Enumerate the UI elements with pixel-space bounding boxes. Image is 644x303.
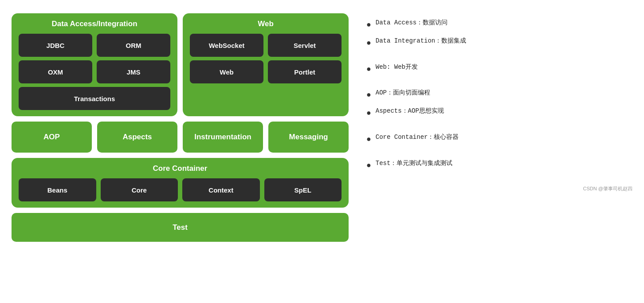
core-container-box: Core Container Beans Core Context SpEL: [12, 158, 349, 208]
test-box: Test: [12, 213, 349, 242]
legend-item-6: ● Test：单元测试与集成测试: [366, 158, 632, 172]
context-module: Context: [182, 178, 260, 201]
diagram-section: Data Access/Integration JDBC ORM OXM JMS…: [12, 13, 349, 242]
aop-row: AOP Aspects Instrumentation Messaging: [12, 122, 349, 153]
legend-item-0: ● Data Access：数据访问: [366, 18, 632, 31]
core-container-row: Beans Core Context SpEL: [19, 178, 342, 201]
data-access-row-1: JDBC ORM: [19, 34, 170, 57]
core-module: Core: [101, 178, 178, 201]
legend-text-4: Aspects：AOP思想实现: [376, 106, 444, 116]
jdbc-module: JDBC: [19, 34, 92, 57]
data-access-title: Data Access/Integration: [19, 20, 170, 28]
core-container-title: Core Container: [19, 164, 342, 173]
legend-item-5: ● Core Container：核心容器: [366, 132, 632, 146]
web-box: Web WebSocket Servlet Web Portlet: [183, 13, 349, 116]
data-access-row-3: Transactions: [19, 87, 170, 110]
legend-item-1: ● Data Integration：数据集成: [366, 36, 632, 50]
legend-bullet-1: ●: [366, 37, 371, 50]
messaging-item: Messaging: [268, 122, 349, 153]
legend-bullet-0: ●: [366, 19, 371, 31]
web-row-2: Web Portlet: [190, 60, 342, 83]
watermark: CSDN @肇事司机赵四: [366, 177, 632, 192]
test-label: Test: [173, 223, 188, 232]
data-access-box: Data Access/Integration JDBC ORM OXM JMS…: [12, 13, 177, 116]
web-row-1: WebSocket Servlet: [190, 34, 342, 57]
legend-bullet-5: ●: [366, 133, 371, 146]
websocket-module: WebSocket: [190, 34, 263, 57]
legend-bullet-6: ●: [366, 159, 371, 172]
legend-bullet-3: ●: [366, 89, 371, 102]
legend-bullet-4: ●: [366, 107, 371, 120]
legend-bullet-2: ●: [366, 63, 371, 76]
orm-module: ORM: [97, 34, 170, 57]
legend-text-1: Data Integration：数据集成: [376, 36, 466, 46]
legend-text-2: Web: Web开发: [376, 62, 418, 72]
legend-text-5: Core Container：核心容器: [376, 132, 459, 142]
aop-item: AOP: [12, 122, 92, 153]
legend-text-0: Data Access：数据访问: [376, 18, 448, 28]
spel-module: SpEL: [264, 178, 342, 201]
legend-section: ● Data Access：数据访问 ● Data Integration：数据…: [366, 13, 632, 192]
transactions-module: Transactions: [19, 87, 170, 110]
servlet-module: Servlet: [268, 34, 342, 57]
portlet-module: Portlet: [268, 60, 342, 83]
legend-item-4: ● Aspects：AOP思想实现: [366, 106, 632, 120]
instrumentation-item: Instrumentation: [183, 122, 263, 153]
aspects-item: Aspects: [97, 122, 177, 153]
web-module: Web: [190, 60, 263, 83]
data-access-row-2: OXM JMS: [19, 60, 170, 83]
main-container: Data Access/Integration JDBC ORM OXM JMS…: [12, 13, 632, 242]
top-row: Data Access/Integration JDBC ORM OXM JMS…: [12, 13, 349, 116]
legend-text-6: Test：单元测试与集成测试: [376, 158, 453, 168]
legend-item-2: ● Web: Web开发: [366, 62, 632, 76]
legend-text-3: AOP：面向切面编程: [376, 88, 430, 98]
jms-module: JMS: [97, 60, 170, 83]
beans-module: Beans: [19, 178, 96, 201]
legend-item-3: ● AOP：面向切面编程: [366, 88, 632, 102]
oxm-module: OXM: [19, 60, 92, 83]
web-title: Web: [190, 20, 342, 28]
